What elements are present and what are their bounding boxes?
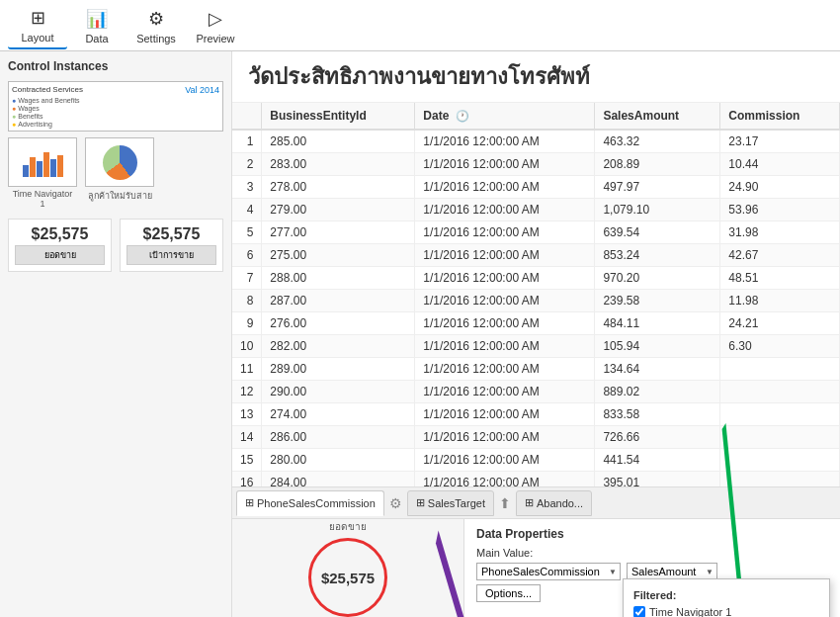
sidebar: Control Instances Contracted Services Va… xyxy=(0,51,232,617)
options-button[interactable]: Options... xyxy=(476,584,541,602)
toolbar: ⊞ Layout 📊 Data ⚙ Settings ▷ Preview xyxy=(0,0,840,51)
row-cell: 1/1/2016 12:00:00 AM xyxy=(415,335,595,358)
source-select[interactable]: PhoneSalesCommission SalesTarget xyxy=(476,563,621,580)
row-cell: 42.67 xyxy=(720,244,840,267)
row-cell: 275.00 xyxy=(262,244,415,267)
source-select-wrapper[interactable]: PhoneSalesCommission SalesTarget xyxy=(476,563,621,580)
tab-icon-target: ⊞ xyxy=(416,496,425,509)
properties-title: Data Properties xyxy=(476,527,828,541)
col-num xyxy=(232,103,262,130)
row-cell: 1/1/2016 12:00:00 AM xyxy=(415,312,595,335)
kpi-btn-sales[interactable]: ยอดขาย xyxy=(15,245,105,265)
table-row[interactable]: 14286.001/1/2016 12:00:00 AM726.66 xyxy=(232,426,840,449)
row-cell: 1/1/2016 12:00:00 AM xyxy=(415,381,595,403)
row-cell: 484.11 xyxy=(595,312,720,335)
row-cell: 48.51 xyxy=(720,267,840,290)
tab-sales-target[interactable]: ⊞ SalesTarget xyxy=(407,490,494,516)
col-commission[interactable]: Commission xyxy=(720,103,840,130)
row-cell: 24.21 xyxy=(720,312,840,335)
row-number: 2 xyxy=(232,153,262,176)
kpi-btn-target[interactable]: เป้าการขาย xyxy=(126,245,216,265)
tab-icon-abandon: ⊞ xyxy=(525,496,534,509)
col-business-entity-id[interactable]: BusinessEntityId xyxy=(262,103,415,130)
table-row[interactable]: 2283.001/1/2016 12:00:00 AM208.8910.44 xyxy=(232,153,840,176)
row-number: 3 xyxy=(232,176,262,199)
settings-icon: ⚙ xyxy=(144,7,168,31)
col-date[interactable]: Date 🕐 xyxy=(415,103,595,130)
check-navigator[interactable] xyxy=(633,606,645,617)
row-cell: 1/1/2016 12:00:00 AM xyxy=(415,267,595,290)
layout-label: Layout xyxy=(21,32,53,44)
table-row[interactable]: 9276.001/1/2016 12:00:00 AM484.1124.21 xyxy=(232,312,840,335)
data-icon: 📊 xyxy=(85,7,109,31)
row-cell xyxy=(720,381,840,403)
tab-abandon[interactable]: ⊞ Abando... xyxy=(516,490,592,516)
tab-bar: ⊞ PhoneSalesCommission ⚙ ⊞ SalesTarget ⬆… xyxy=(232,486,840,518)
row-number: 9 xyxy=(232,312,262,335)
row-cell: 853.24 xyxy=(595,244,720,267)
table-row[interactable]: 10282.001/1/2016 12:00:00 AM105.946.30 xyxy=(232,335,840,358)
filtered-popup: Filtered: Time Navigator 1 พนักงานขายทาง… xyxy=(623,578,830,617)
table-row[interactable]: 3278.001/1/2016 12:00:00 AM497.9724.90 xyxy=(232,176,840,199)
row-cell: 284.00 xyxy=(262,472,415,487)
pie-chart-thumb[interactable]: ลูกค้าใหม่รับสาย xyxy=(85,137,154,209)
data-button[interactable]: 📊 Data xyxy=(67,3,126,48)
preview-button[interactable]: ▷ Preview xyxy=(186,3,245,48)
row-number: 8 xyxy=(232,290,262,312)
tab-phone-sales[interactable]: ⊞ PhoneSalesCommission xyxy=(236,490,384,516)
time-navigator-thumb[interactable]: Time Navigator1 xyxy=(8,137,77,209)
settings-button[interactable]: ⚙ Settings xyxy=(126,3,186,48)
kpi-card-sales: $25,575 ยอดขาย xyxy=(8,219,112,272)
layout-button[interactable]: ⊞ Layout xyxy=(8,2,67,49)
kpi-cards: $25,575 ยอดขาย $25,575 เป้าการขาย xyxy=(8,219,223,272)
table-row[interactable]: 1285.001/1/2016 12:00:00 AM463.3223.17 xyxy=(232,130,840,153)
row-cell: 1/1/2016 12:00:00 AM xyxy=(415,403,595,426)
main-layout: Control Instances Contracted Services Va… xyxy=(0,51,840,617)
table-row[interactable]: 11289.001/1/2016 12:00:00 AM134.64 xyxy=(232,358,840,381)
page-title: วัดประสิทธิภาพงานขายทางโทรศัพท์ xyxy=(232,51,840,103)
table-row[interactable]: 6275.001/1/2016 12:00:00 AM853.2442.67 xyxy=(232,244,840,267)
row-cell: 134.64 xyxy=(595,358,720,381)
row-cell: 283.00 xyxy=(262,153,415,176)
row-cell: 288.00 xyxy=(262,267,415,290)
table-row[interactable]: 16284.001/1/2016 12:00:00 AM395.01 xyxy=(232,472,840,487)
tab-settings-icon[interactable]: ⚙ xyxy=(389,495,402,511)
table-row[interactable]: 4279.001/1/2016 12:00:00 AM1,079.1053.96 xyxy=(232,199,840,221)
row-cell xyxy=(720,403,840,426)
row-number: 6 xyxy=(232,244,262,267)
row-number: 16 xyxy=(232,472,262,487)
bottom-kpi-circle: $25,575 xyxy=(308,538,387,617)
row-cell: 290.00 xyxy=(262,381,415,403)
table-row[interactable]: 13274.001/1/2016 12:00:00 AM833.58 xyxy=(232,403,840,426)
tab-label-abandon: Abando... xyxy=(537,497,583,509)
tab-label-target: SalesTarget xyxy=(428,497,485,509)
content-area: วัดประสิทธิภาพงานขายทางโทรศัพท์ Business… xyxy=(232,51,840,617)
row-number: 15 xyxy=(232,449,262,472)
table-row[interactable]: 7288.001/1/2016 12:00:00 AM970.2048.51 xyxy=(232,267,840,290)
row-cell: 1/1/2016 12:00:00 AM xyxy=(415,449,595,472)
pie-chart-label: ลูกค้าใหม่รับสาย xyxy=(88,189,152,203)
check-navigator-label: Time Navigator 1 xyxy=(649,606,731,617)
row-cell: 833.58 xyxy=(595,403,720,426)
table-row[interactable]: 8287.001/1/2016 12:00:00 AM239.5811.98 xyxy=(232,290,840,312)
tab-add-icon[interactable]: ⬆ xyxy=(499,495,511,511)
table-row[interactable]: 5277.001/1/2016 12:00:00 AM639.5431.98 xyxy=(232,221,840,244)
time-navigator-label: Time Navigator1 xyxy=(13,189,73,209)
row-number: 11 xyxy=(232,358,262,381)
row-cell: 726.66 xyxy=(595,426,720,449)
table-row[interactable]: 12290.001/1/2016 12:00:00 AM889.02 xyxy=(232,381,840,403)
check-item-navigator[interactable]: Time Navigator 1 xyxy=(633,606,819,617)
row-cell xyxy=(720,472,840,487)
row-cell: 280.00 xyxy=(262,449,415,472)
table-row[interactable]: 15280.001/1/2016 12:00:00 AM441.54 xyxy=(232,449,840,472)
data-label: Data xyxy=(85,33,108,44)
row-cell: 497.97 xyxy=(595,176,720,199)
col-sales-amount[interactable]: SalesAmount xyxy=(595,103,720,130)
row-cell: 23.17 xyxy=(720,130,840,153)
data-table-container[interactable]: BusinessEntityId Date 🕐 SalesAmount Comm… xyxy=(232,103,840,486)
row-cell xyxy=(720,426,840,449)
row-number: 14 xyxy=(232,426,262,449)
row-cell: 24.90 xyxy=(720,176,840,199)
row-cell: 208.89 xyxy=(595,153,720,176)
filtered-label: Filtered: xyxy=(633,589,819,601)
